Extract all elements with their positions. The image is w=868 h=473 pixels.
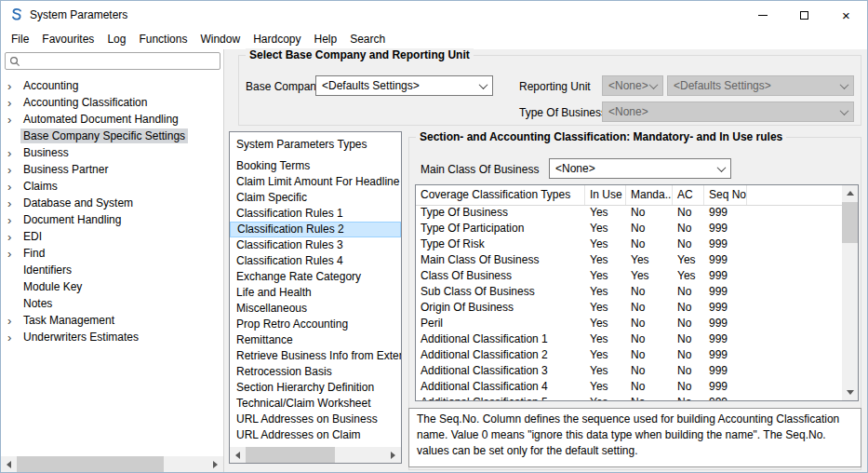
list-item[interactable]: Booking Terms <box>230 158 401 174</box>
table-cell: 999 <box>704 316 747 331</box>
scrollbar-thumb[interactable] <box>246 447 335 463</box>
sidebar-item[interactable]: ›Claims <box>1 178 223 195</box>
sidebar-item[interactable]: ›EDI <box>1 228 223 245</box>
sidebar-item-label: Automated Document Handling <box>20 112 181 127</box>
title-bar[interactable]: System Parameters × <box>1 1 867 29</box>
expand-chevron-icon[interactable]: › <box>7 181 20 193</box>
list-item[interactable]: Life and Health <box>230 285 401 301</box>
list-item[interactable]: Claim Specific <box>230 190 401 206</box>
table-cell: No <box>673 379 704 395</box>
sidebar-item[interactable]: ›Database and System <box>1 195 223 211</box>
table-cell: No <box>673 347 704 363</box>
scroll-left-arrow[interactable] <box>1 456 17 472</box>
scroll-left-arrow[interactable] <box>230 447 246 463</box>
scroll-right-arrow[interactable] <box>385 447 401 463</box>
list-item[interactable]: Remittance <box>230 332 401 348</box>
column-header[interactable]: Seq No <box>704 185 747 205</box>
expand-chevron-icon[interactable]: › <box>7 164 20 176</box>
sidebar-item[interactable]: Module Key <box>1 278 223 295</box>
table-row[interactable]: PerilYesNoNo999 <box>416 316 842 331</box>
list-item[interactable]: Classification Rules 3 <box>230 237 401 253</box>
list-item[interactable]: Exchange Rate Category <box>230 269 401 285</box>
list-item[interactable]: URL Addresses on Claim <box>230 427 401 443</box>
sidebar-item[interactable]: ›Find <box>1 245 223 262</box>
table-row[interactable]: Additional Classification 5YesNoNo999 <box>416 395 842 400</box>
table-row[interactable]: Main Class Of BusinessYesYesYes999 <box>416 252 842 268</box>
list-item[interactable]: Retrieve Business Info from External <box>230 348 401 364</box>
table-row[interactable]: Type Of ParticipationYesNoNo999 <box>416 221 842 236</box>
sidebar-hscrollbar[interactable] <box>1 456 223 472</box>
sidebar-item[interactable]: ›Business <box>1 144 223 161</box>
list-item[interactable]: Prop Retro Accounting <box>230 317 401 332</box>
sidebar-item[interactable]: ›Task Management <box>1 312 223 329</box>
close-button[interactable]: × <box>825 1 867 29</box>
table-cell: Additional Classification 2 <box>416 347 585 363</box>
main-class-select[interactable]: <None> <box>549 158 731 179</box>
table-row[interactable]: Additional Classification 4YesNoNo999 <box>416 379 842 395</box>
expand-chevron-icon[interactable]: › <box>7 197 20 209</box>
app-icon <box>9 7 24 22</box>
sidebar-item[interactable]: ›Accounting <box>1 77 223 94</box>
column-header[interactable]: Manda... <box>626 185 673 205</box>
list-item[interactable]: Retrocession Basis <box>230 364 401 380</box>
table-row[interactable]: Type Of RiskYesNoNo999 <box>416 236 842 252</box>
menu-item-help[interactable]: Help <box>307 30 343 48</box>
menu-item-window[interactable]: Window <box>194 30 247 48</box>
column-header[interactable]: AC <box>673 185 704 205</box>
menu-item-log[interactable]: Log <box>100 30 132 48</box>
sidebar-item[interactable]: ›Underwriters Estimates <box>1 329 223 345</box>
menu-item-favourites[interactable]: Favourites <box>35 30 100 48</box>
scroll-right-arrow[interactable] <box>207 456 223 472</box>
expand-chevron-icon[interactable]: › <box>7 80 20 92</box>
sidebar-item[interactable]: Notes <box>1 295 223 312</box>
chevron-down-icon <box>713 159 730 178</box>
sidebar-item[interactable]: ›Document Handling <box>1 211 223 228</box>
table-row[interactable]: Additional Classification 3YesNoNo999 <box>416 363 842 379</box>
types-list-hscrollbar[interactable] <box>230 447 401 463</box>
column-header[interactable]: In Use <box>585 185 626 205</box>
expand-chevron-icon[interactable]: › <box>7 231 20 243</box>
expand-chevron-icon[interactable]: › <box>7 147 20 159</box>
scroll-up-arrow[interactable] <box>842 185 858 201</box>
table-cell: 999 <box>704 395 747 400</box>
scrollbar-thumb[interactable] <box>842 202 858 243</box>
expand-chevron-icon[interactable]: › <box>7 331 20 344</box>
column-header[interactable]: Coverage Classification Types <box>416 185 585 205</box>
menu-item-hardcopy[interactable]: Hardcopy <box>247 30 307 48</box>
sidebar-item[interactable]: Base Company Specific Settings <box>1 128 223 144</box>
menu-item-file[interactable]: File <box>5 30 35 48</box>
scrollbar-thumb[interactable] <box>17 456 164 472</box>
list-item[interactable]: Classification Rules 2 <box>230 222 401 237</box>
list-item[interactable]: Miscellaneous <box>230 301 401 317</box>
sidebar-item[interactable]: ›Automated Document Handling <box>1 111 223 128</box>
list-item[interactable]: Classification Rules 1 <box>230 206 401 222</box>
minimize-button[interactable] <box>741 1 783 29</box>
expand-chevron-icon[interactable]: › <box>7 114 20 126</box>
table-row[interactable]: Origin Of BusinessYesNoNo999 <box>416 300 842 316</box>
expand-chevron-icon[interactable]: › <box>7 214 20 226</box>
list-item[interactable]: Classification Rules 4 <box>230 253 401 269</box>
sidebar-item[interactable]: ›Business Partner <box>1 161 223 178</box>
scroll-down-arrow[interactable] <box>842 385 858 400</box>
maximize-button[interactable] <box>783 1 825 29</box>
menu-item-functions[interactable]: Functions <box>132 30 194 48</box>
list-item[interactable]: Section Hierarchy Definition <box>230 380 401 396</box>
table-row[interactable]: Type Of BusinessYesNoNo999 <box>416 205 842 221</box>
table-row[interactable]: Sub Class Of BusinessYesNoNo999 <box>416 284 842 300</box>
sidebar-search[interactable] <box>5 52 220 70</box>
base-company-select[interactable]: <Defaults Settings> <box>315 75 493 96</box>
expand-chevron-icon[interactable]: › <box>7 315 20 327</box>
table-row[interactable]: Class Of BusinessYesYesYes999 <box>416 268 842 284</box>
expand-chevron-icon[interactable]: › <box>7 97 20 109</box>
search-input[interactable] <box>20 55 220 68</box>
list-item[interactable]: Technical/Claim Worksheet <box>230 396 401 412</box>
list-item[interactable]: URL Addresses on Business <box>230 412 401 427</box>
list-item[interactable]: Claim Limit Amount For Headline Loss <box>230 174 401 190</box>
menu-item-search[interactable]: Search <box>343 30 392 48</box>
sidebar-item[interactable]: Identifiers <box>1 262 223 278</box>
sidebar-item[interactable]: ›Accounting Classification <box>1 94 223 111</box>
table-vscrollbar[interactable] <box>842 185 858 400</box>
expand-chevron-icon[interactable]: › <box>7 248 20 260</box>
table-row[interactable]: Additional Classification 2YesNoNo999 <box>416 347 842 363</box>
table-row[interactable]: Additional Classification 1YesNoNo999 <box>416 331 842 347</box>
